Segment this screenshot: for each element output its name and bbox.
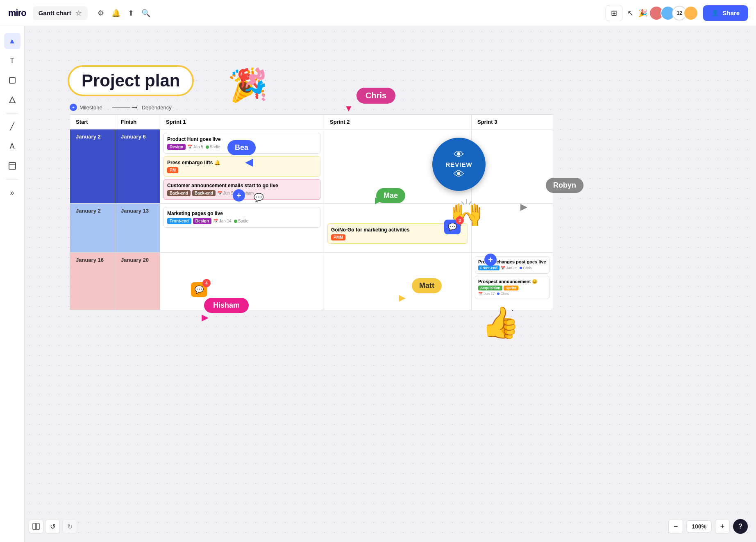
nav-left: miro Gantt chart ☆ ⚙ 🔔 ⬆ 🔍 <box>8 6 150 20</box>
share-label: Share <box>722 9 740 16</box>
nav-right: ⊞ ↖ 🎉 12 👤 Share <box>606 5 748 21</box>
task-tags: PMM <box>331 234 464 240</box>
tag-design: Design <box>193 218 211 224</box>
main-canvas[interactable]: Project plan 🎉 + Milestone ——→ Dependenc… <box>25 26 756 542</box>
user-dot <box>234 220 237 223</box>
svg-rect-6 <box>36 523 39 530</box>
tag-sprint: Sprint <box>504 286 518 290</box>
redo-button[interactable]: ↻ <box>62 519 77 534</box>
gantt-row-3: January 16 January 20 Product changes po… <box>70 253 553 310</box>
task-meta: 📅 Jan 25 Chris <box>501 266 532 270</box>
row3-sprint2 <box>324 253 472 310</box>
task-title: Customer announcement emails start to go… <box>167 183 317 188</box>
cursor-matt: ▶ <box>399 293 406 303</box>
top-navigation: miro Gantt chart ☆ ⚙ 🔔 ⬆ 🔍 ⊞ ↖ 🎉 12 👤 Sh… <box>0 0 756 26</box>
help-button[interactable]: ? <box>733 519 748 534</box>
tag-frontend: Front-end <box>478 265 499 270</box>
cursor-bea: ◀ <box>245 156 253 168</box>
row2-sprint3 <box>472 204 553 253</box>
select-tool[interactable]: ▲ <box>4 33 20 49</box>
frame-tool[interactable] <box>4 158 20 174</box>
board-title-area: Gantt chart ☆ <box>33 6 88 20</box>
settings-icon[interactable]: ⚙ <box>98 9 104 18</box>
row3-sprint3: Product changes post goes live Front-end… <box>472 253 553 310</box>
notification-badge-2: 4 <box>202 279 211 287</box>
chat-bubble-1[interactable]: 💬 3 <box>444 220 461 234</box>
cursor-tool-icon[interactable]: ↖ <box>627 9 633 18</box>
col-sprint1: Sprint 1 <box>160 115 324 129</box>
task-tags: Front-end Design 📅 Jan 14 Sadie <box>167 218 317 224</box>
tag-backend: Back-end <box>167 190 191 196</box>
calendar-icon: 📅 <box>187 145 192 149</box>
note-tool[interactable] <box>4 72 20 88</box>
task-tags: PM <box>167 167 317 173</box>
notifications-icon[interactable]: 🔔 <box>111 9 120 18</box>
share-icon: 👤 <box>711 9 719 17</box>
party-emoji: 🎉 <box>226 64 268 105</box>
cursor-mae: ▶ <box>375 195 382 206</box>
row2-sprint1: Marketing pages go live Front-end Design… <box>160 204 324 253</box>
share-button[interactable]: 👤 Share <box>703 5 748 21</box>
upload-icon[interactable]: ⬆ <box>128 9 134 18</box>
celebrate-icon[interactable]: 🎉 <box>638 9 647 18</box>
add-task-button-1[interactable]: + <box>233 189 245 202</box>
svg-rect-1 <box>9 163 16 169</box>
row1-finish: January 6 <box>115 129 160 204</box>
line-tool[interactable]: ╱ <box>4 118 20 135</box>
chat-bubble-container-1: 💬 3 <box>444 220 461 234</box>
user-bubble-bea: Bea <box>227 140 256 155</box>
nav-icons-group: ⚙ 🔔 ⬆ 🔍 <box>98 9 150 18</box>
favorite-icon[interactable]: ☆ <box>75 9 82 18</box>
milestone-legend: + Milestone <box>70 104 102 111</box>
text-tool[interactable]: T <box>4 52 20 69</box>
pen-tool[interactable]: A <box>4 138 20 154</box>
more-tools-button[interactable]: » <box>4 184 20 201</box>
zoom-in-button[interactable]: + <box>715 519 730 534</box>
bottom-right-tools: − 100% + ? <box>668 519 748 534</box>
cursor-hisham: ▶ <box>202 312 209 323</box>
tag-design: Design <box>167 144 186 150</box>
tag-pm: PM <box>167 167 178 173</box>
milestone-dot: + <box>70 104 77 111</box>
task-title: Press embargo lifts 🔔 <box>167 160 317 166</box>
add-task-button-2[interactable]: + <box>484 254 497 266</box>
miro-logo[interactable]: miro <box>8 8 26 18</box>
canvas-wrap: ▲ T ╱ A » <box>0 26 756 542</box>
dependency-label: Dependency <box>142 104 172 111</box>
user-dot <box>206 145 209 149</box>
shape-tool[interactable] <box>4 92 20 108</box>
svg-rect-0 <box>9 77 15 83</box>
task-tags: Front-end 📅 Jan 25 Chris <box>478 265 546 270</box>
task-meta: 📅 Jan 14 Sadie <box>213 219 248 223</box>
add-widget-button[interactable]: ⊞ <box>606 5 622 21</box>
task-marketing-pages: Marketing pages go live Front-end Design… <box>163 207 320 228</box>
task-title: Prospect announcement 😊 <box>478 279 546 284</box>
tag-pmm: PMM <box>331 234 345 240</box>
cursor-chris: ▼ <box>344 103 353 114</box>
review-eye-top: 👁 <box>454 148 464 161</box>
task-meta: 📅 Jan 5 Sadie <box>187 145 220 149</box>
zoom-out-button[interactable]: − <box>668 519 683 534</box>
panels-toggle-button[interactable] <box>29 519 43 534</box>
user-bubble-hisham: Hisham <box>204 298 249 313</box>
comment-icon[interactable]: 💬 <box>254 193 264 202</box>
review-eye-bottom: 👁 <box>454 168 464 181</box>
user-bubble-chris: Chris <box>356 88 395 104</box>
undo-button[interactable]: ↺ <box>45 519 60 534</box>
user-dot <box>520 267 522 269</box>
left-toolbar: ▲ T ╱ A » <box>0 26 25 542</box>
row2-start: January 2 <box>70 204 115 253</box>
row3-start: January 16 <box>70 253 115 310</box>
tag-backend2: Back-end <box>192 190 216 196</box>
task-prospect: Prospect announcement 😊 Acquisition Spri… <box>475 276 549 299</box>
avatars-group: 12 <box>652 6 698 20</box>
row1-start: January 2 <box>70 129 115 204</box>
project-plan-title: Project plan <box>68 65 194 96</box>
bottom-left-tools <box>29 519 43 534</box>
review-text: REVIEW <box>445 161 472 168</box>
search-icon[interactable]: 🔍 <box>141 9 150 18</box>
row3-finish: January 20 <box>115 253 160 310</box>
chat-bubble-2[interactable]: 💬 4 <box>191 282 207 297</box>
tag-acquisition: Acquisition <box>478 286 502 290</box>
col-finish: Finish <box>115 115 160 129</box>
